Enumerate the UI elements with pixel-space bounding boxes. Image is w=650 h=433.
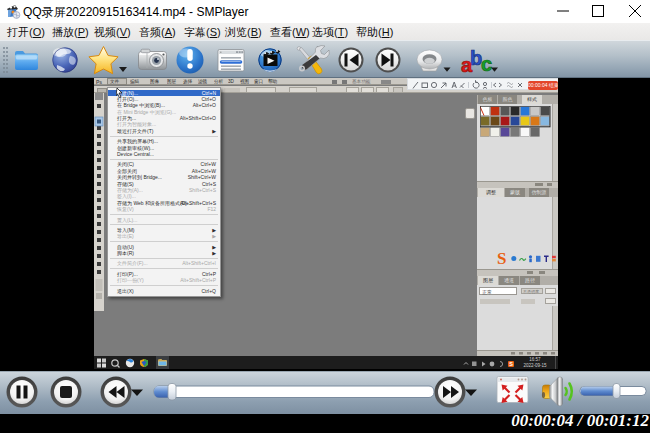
svg-text:a: a (461, 54, 473, 76)
svg-text:S: S (509, 361, 513, 367)
svg-text:c: c (481, 53, 492, 75)
